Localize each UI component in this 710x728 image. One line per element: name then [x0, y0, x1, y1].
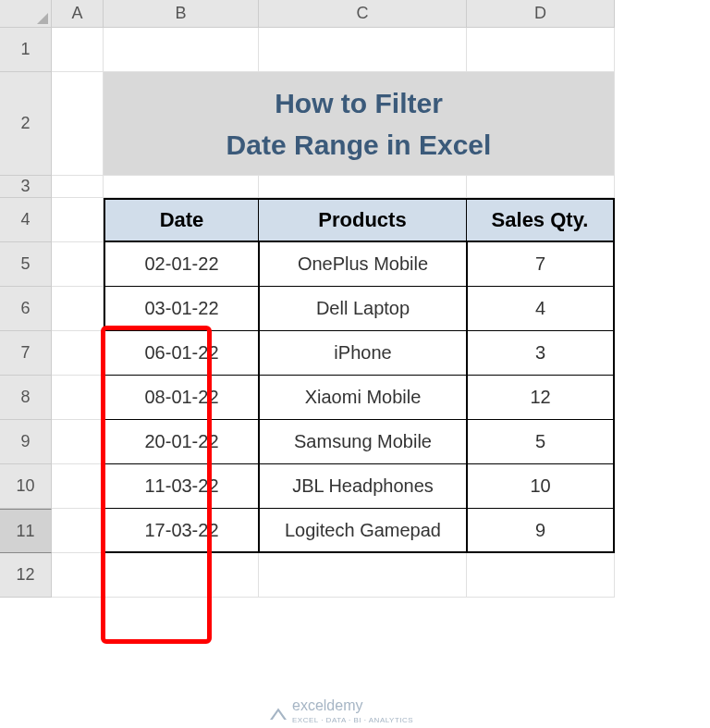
cell-a12[interactable]	[52, 553, 104, 598]
cell-a3[interactable]	[52, 176, 104, 198]
table-row[interactable]: 02-01-22	[104, 242, 259, 287]
watermark-brand: exceldemy	[292, 698, 413, 713]
table-row[interactable]: 5	[467, 420, 615, 464]
table-row[interactable]: 11-03-22	[104, 464, 259, 509]
row-header-1[interactable]: 1	[0, 28, 52, 72]
cell-a10[interactable]	[52, 464, 104, 509]
row-header-5[interactable]: 5	[0, 242, 52, 287]
cell-a11[interactable]	[52, 509, 104, 553]
table-row[interactable]: 08-01-22	[104, 376, 259, 420]
cell-d3[interactable]	[467, 176, 615, 198]
cell-c12[interactable]	[259, 553, 467, 598]
table-row[interactable]: OnePlus Mobile	[259, 242, 467, 287]
table-row[interactable]: 12	[467, 376, 615, 420]
row-header-10[interactable]: 10	[0, 464, 52, 509]
table-header-products[interactable]: Products	[259, 198, 467, 242]
table-row[interactable]: 17-03-22	[104, 509, 259, 553]
row-header-11[interactable]: 11	[0, 509, 52, 553]
row-header-9[interactable]: 9	[0, 420, 52, 464]
cell-a4[interactable]	[52, 198, 104, 242]
table-header-sales[interactable]: Sales Qty.	[467, 198, 615, 242]
cell-c3[interactable]	[259, 176, 467, 198]
title-cell[interactable]: How to Filter Date Range in Excel	[104, 72, 615, 176]
col-header-d[interactable]: D	[467, 0, 615, 28]
row-header-3[interactable]: 3	[0, 176, 52, 198]
table-row[interactable]: 06-01-22	[104, 331, 259, 376]
col-header-a[interactable]: A	[52, 0, 104, 28]
row-header-6[interactable]: 6	[0, 287, 52, 331]
table-row[interactable]: Xiaomi Mobile	[259, 376, 467, 420]
col-header-c[interactable]: C	[259, 0, 467, 28]
table-row[interactable]: JBL Headphones	[259, 464, 467, 509]
cell-b12[interactable]	[104, 553, 259, 598]
row-header-7[interactable]: 7	[0, 331, 52, 376]
row-header-2[interactable]: 2	[0, 72, 52, 176]
title-text: How to Filter Date Range in Excel	[226, 82, 492, 166]
table-row[interactable]: 7	[467, 242, 615, 287]
cell-a1[interactable]	[52, 28, 104, 72]
table-row[interactable]: 20-01-22	[104, 420, 259, 464]
spreadsheet-grid[interactable]: A B C D 1 2 How to Filter Date Range in …	[0, 0, 710, 598]
col-header-b[interactable]: B	[104, 0, 259, 28]
table-row[interactable]: 10	[467, 464, 615, 509]
table-row[interactable]: 3	[467, 331, 615, 376]
table-header-date[interactable]: Date	[104, 198, 259, 242]
row-header-8[interactable]: 8	[0, 376, 52, 420]
table-row[interactable]: Dell Laptop	[259, 287, 467, 331]
row-header-4[interactable]: 4	[0, 198, 52, 242]
table-row[interactable]: iPhone	[259, 331, 467, 376]
cell-b3[interactable]	[104, 176, 259, 198]
table-row[interactable]: 4	[467, 287, 615, 331]
watermark-icon	[270, 703, 287, 720]
cell-a9[interactable]	[52, 420, 104, 464]
cell-d1[interactable]	[467, 28, 615, 72]
cell-c1[interactable]	[259, 28, 467, 72]
cell-d12[interactable]	[467, 553, 615, 598]
table-row[interactable]: 03-01-22	[104, 287, 259, 331]
table-row[interactable]: Logitech Gamepad	[259, 509, 467, 553]
watermark: exceldemy EXCEL · DATA · BI · ANALYTICS	[270, 698, 413, 724]
cell-a6[interactable]	[52, 287, 104, 331]
table-row[interactable]: 9	[467, 509, 615, 553]
watermark-tagline: EXCEL · DATA · BI · ANALYTICS	[292, 716, 413, 724]
table-row[interactable]: Samsung Mobile	[259, 420, 467, 464]
select-all-corner[interactable]	[0, 0, 52, 28]
cell-a5[interactable]	[52, 242, 104, 287]
row-header-12[interactable]: 12	[0, 553, 52, 598]
cell-b1[interactable]	[104, 28, 259, 72]
cell-a7[interactable]	[52, 331, 104, 376]
cell-a2[interactable]	[52, 72, 104, 176]
cell-a8[interactable]	[52, 376, 104, 420]
